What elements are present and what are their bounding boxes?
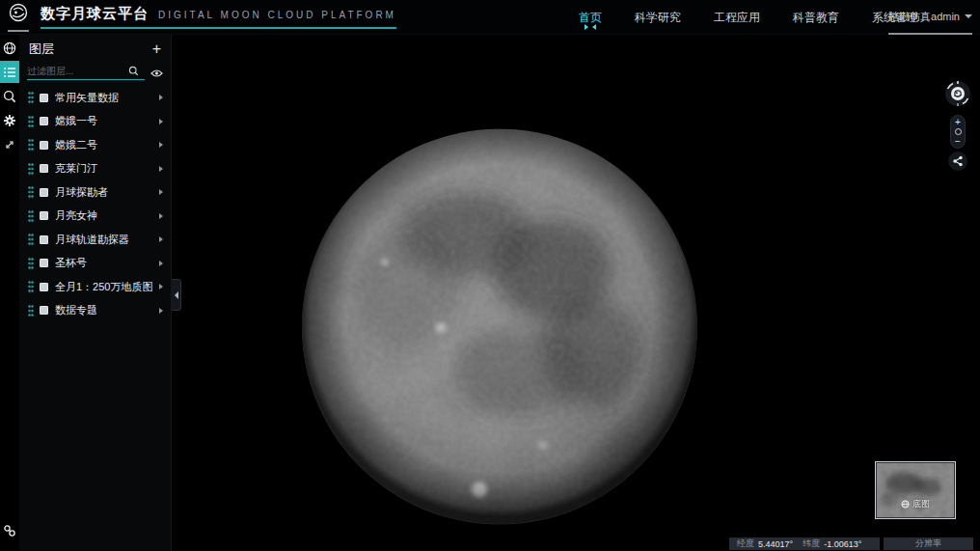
layer-checkbox[interactable] (40, 188, 48, 197)
layer-checkbox[interactable] (40, 235, 48, 244)
drag-handle-icon[interactable] (28, 92, 34, 103)
basemap-button[interactable]: 底图 (876, 498, 955, 510)
chevron-right-icon[interactable] (159, 119, 163, 124)
layer-panel-title: 图层 (29, 41, 54, 58)
layer-label: 月亮女神 (55, 208, 159, 223)
share-icon (952, 155, 964, 167)
zoom-reset-button[interactable] (955, 128, 962, 135)
layer-checkbox[interactable] (40, 117, 48, 125)
layer-checkbox[interactable] (40, 164, 48, 173)
chevron-right-icon[interactable] (159, 261, 163, 266)
resolution-readout: 分辨率 (884, 537, 973, 550)
digital-moon-cloud-platform: 数字月球云平台 DIGITAL MOON CLOUD PLATFORM 首页 科… (0, 0, 980, 551)
layer-panel: 图层 + 常用矢量数据 嫦娥一号 (19, 35, 172, 551)
layer-row-data-topics[interactable]: 数据专题 (19, 299, 171, 323)
nav-item-engineering[interactable]: 工程应用 (714, 10, 760, 26)
chevron-down-icon (965, 14, 972, 18)
moon-globe[interactable] (300, 124, 699, 529)
chevron-right-icon[interactable] (159, 308, 163, 314)
drag-handle-icon[interactable] (28, 210, 34, 222)
layer-checkbox[interactable] (40, 211, 48, 220)
layer-checkbox[interactable] (40, 283, 48, 291)
drag-handle-icon[interactable] (28, 305, 34, 317)
user-name: 踏勘仿真admin (888, 10, 960, 24)
layer-list-icon[interactable] (0, 61, 19, 83)
layer-tree: 常用矢量数据 嫦娥一号 嫦娥二号 克莱门汀 (19, 86, 171, 322)
basemap-label: 底图 (912, 498, 930, 510)
moon-logo-icon (8, 2, 29, 23)
compass-control[interactable] (943, 79, 972, 108)
magnifier-icon[interactable] (128, 66, 139, 76)
layer-filter-input[interactable] (27, 66, 128, 76)
layer-row-geologic-map[interactable]: 全月1：250万地质图 (19, 275, 171, 299)
search-tool-icon[interactable] (0, 85, 19, 107)
nav-item-home[interactable]: 首页 (579, 10, 602, 26)
drag-handle-icon[interactable] (28, 186, 34, 198)
page-subtitle: DIGITAL MOON CLOUD PLATFORM (158, 10, 396, 20)
eye-icon[interactable] (150, 69, 163, 78)
drag-handle-icon[interactable] (28, 163, 34, 175)
layer-label: 数据专题 (55, 303, 159, 317)
chevron-right-icon[interactable] (159, 213, 163, 219)
layer-checkbox[interactable] (40, 259, 48, 267)
nav-item-science[interactable]: 科学研究 (635, 10, 681, 26)
top-bar: 数字月球云平台 DIGITAL MOON CLOUD PLATFORM 首页 科… (0, 0, 980, 35)
minimap[interactable]: 底图 (875, 461, 956, 519)
chevron-right-icon[interactable] (159, 236, 163, 242)
layer-label: 圣杯号 (55, 256, 159, 270)
longitude-label: 经度 (737, 537, 754, 550)
drag-handle-icon[interactable] (28, 234, 34, 245)
layer-label: 嫦娥二号 (55, 138, 159, 152)
nav-item-education[interactable]: 科普教育 (793, 10, 839, 26)
layer-label: 常用矢量数据 (55, 91, 159, 105)
chevron-right-icon[interactable] (159, 284, 163, 289)
layer-label: 月球轨道勘探器 (55, 233, 159, 247)
layer-label: 全月1：250万地质图 (55, 280, 159, 294)
chevron-right-icon[interactable] (159, 166, 163, 172)
basemap-globe-icon (901, 500, 910, 509)
latitude-value: -1.00613° (824, 539, 861, 549)
share-button[interactable] (948, 152, 967, 171)
layer-checkbox[interactable] (40, 141, 48, 150)
chevron-right-icon[interactable] (159, 95, 163, 100)
layer-row-change2[interactable]: 嫦娥二号 (19, 133, 171, 157)
layer-checkbox[interactable] (40, 306, 48, 315)
app-logo (8, 2, 29, 32)
layer-row-common-vector[interactable]: 常用矢量数据 (19, 86, 171, 110)
page-title: 数字月球云平台 (41, 5, 149, 23)
layer-row-grail[interactable]: 圣杯号 (19, 252, 171, 276)
latitude-label: 纬度 (803, 537, 820, 550)
drag-handle-icon[interactable] (28, 116, 34, 127)
zoom-out-button[interactable]: − (955, 137, 961, 146)
layer-label: 月球探勘者 (55, 185, 159, 200)
zoom-in-button[interactable]: + (955, 118, 961, 126)
panel-collapse-button[interactable] (172, 279, 181, 311)
layer-row-lunar-orbiter[interactable]: 月球轨道勘探器 (19, 228, 171, 252)
user-menu[interactable]: 踏勘仿真admin (888, 0, 972, 35)
drag-handle-icon[interactable] (28, 139, 34, 151)
active-tab-indicator (585, 24, 596, 30)
resolution-label: 分辨率 (915, 537, 941, 550)
layer-label: 克莱门汀 (55, 161, 159, 176)
zoom-controls: + − (950, 115, 966, 149)
tool-rail (0, 35, 19, 551)
layer-row-selene[interactable]: 月亮女神 (19, 205, 171, 229)
layer-filter-box (27, 66, 145, 80)
layer-row-change1[interactable]: 嫦娥一号 (19, 110, 171, 134)
coordinate-readout: 经度 5.44017° 纬度 -1.00613° (729, 537, 880, 550)
layer-label: 嫦娥一号 (55, 114, 159, 128)
gear-icon[interactable] (0, 109, 19, 131)
brand: 数字月球云平台 DIGITAL MOON CLOUD PLATFORM (41, 5, 396, 29)
link-icon[interactable] (0, 519, 19, 541)
main-nav: 首页 科学研究 工程应用 科普教育 系统管理 (579, 0, 918, 35)
layer-row-lunar-prospector[interactable]: 月球探勘者 (19, 180, 171, 205)
drag-handle-icon[interactable] (28, 258, 34, 269)
chevron-right-icon[interactable] (159, 142, 163, 148)
layer-row-clementine[interactable]: 克莱门汀 (19, 157, 171, 181)
globe-icon[interactable] (0, 37, 19, 59)
layer-checkbox[interactable] (40, 94, 48, 102)
drag-handle-icon[interactable] (28, 281, 34, 292)
chevron-right-icon[interactable] (159, 189, 163, 195)
expand-icon[interactable] (0, 133, 19, 155)
add-layer-button[interactable]: + (152, 42, 161, 56)
